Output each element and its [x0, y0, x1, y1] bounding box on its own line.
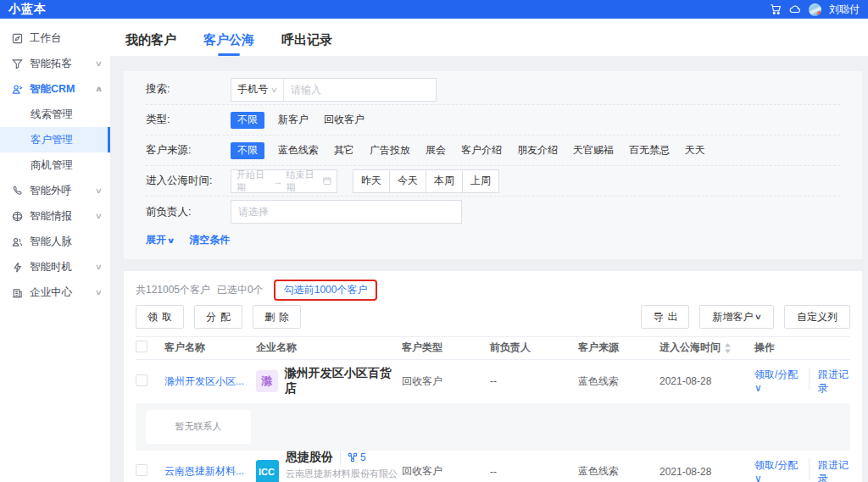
phone-icon	[12, 186, 23, 197]
filter-row-type: 类型: 不限 新客户 回收客户	[146, 105, 840, 136]
chevron-down-icon: ∨	[95, 59, 103, 68]
actions-row: 领取 分配 删除 导出 新增客户∨ 自定义列	[136, 305, 850, 330]
workbench-icon	[12, 33, 23, 44]
col-operations: 操作	[754, 341, 850, 355]
sidebar-item-opportunity-management[interactable]: 商机管理	[0, 152, 110, 178]
search-field-select[interactable]: 手机号 ∨	[231, 79, 284, 101]
source-option[interactable]: 其它	[334, 143, 354, 158]
follow-up-link[interactable]: 跟进记录	[818, 368, 852, 395]
sidebar-item-crm[interactable]: 智能CRM ∧	[0, 76, 110, 102]
quick-date-last-week[interactable]: 上周	[463, 169, 499, 193]
source-option[interactable]: 广告投放	[370, 143, 410, 158]
receive-assign-link[interactable]: 领取/分配 ∨	[754, 458, 807, 482]
type-option-new[interactable]: 新客户	[278, 113, 309, 127]
date-range-picker[interactable]: 开始日期 → 结束日期	[231, 169, 337, 193]
sidebar-item-prospecting[interactable]: 智能拓客 ∨	[0, 51, 110, 76]
type-label: 类型:	[146, 113, 231, 127]
chevron-down-icon: ∨	[95, 263, 103, 271]
source-option[interactable]: 蓝色线索	[278, 143, 319, 158]
chevron-down-icon: ∨	[270, 86, 278, 94]
customer-name-link[interactable]: 滁州开发区小区...	[164, 375, 244, 387]
clear-filters-link[interactable]: 清空条件	[189, 233, 230, 247]
source-option[interactable]: 天官赐福	[573, 143, 614, 158]
avatar-dot	[817, 11, 821, 15]
quick-date-yesterday[interactable]: 昨天	[353, 169, 390, 193]
sidebar-item-connections[interactable]: 智能人脉	[0, 229, 110, 254]
customer-source: 蓝色线索	[578, 464, 659, 479]
source-option[interactable]: 展会	[426, 143, 446, 158]
select-top-1000-link[interactable]: 勾选前1000个客户	[284, 283, 368, 297]
start-date-placeholder: 开始日期	[236, 169, 270, 194]
customer-source: 蓝色线索	[578, 374, 659, 389]
crm-icon	[12, 84, 23, 95]
delete-button[interactable]: 删除	[253, 305, 301, 329]
sidebar-item-workbench[interactable]: 工作台	[0, 25, 110, 51]
ops-divider	[809, 368, 810, 390]
filter-footer-links: 展开∨ 清空条件	[146, 227, 840, 252]
sort-icon[interactable]	[724, 343, 732, 353]
customer-type: 回收客户	[402, 374, 490, 389]
lightning-icon	[12, 262, 23, 273]
type-option-recycled[interactable]: 回收客户	[324, 113, 364, 127]
row-checkbox[interactable]	[136, 464, 147, 476]
username[interactable]: 刘聪付	[829, 3, 860, 17]
receive-assign-link[interactable]: 领取/分配 ∨	[754, 368, 807, 395]
user-avatar[interactable]	[809, 3, 821, 16]
col-previous-owner: 前负责人	[490, 341, 578, 355]
tab-my-customers[interactable]: 我的客户	[125, 32, 176, 48]
previous-owner-select[interactable]	[231, 200, 462, 224]
tab-public-pool[interactable]: 客户公海	[203, 32, 254, 48]
quick-date-this-week[interactable]: 本周	[426, 169, 463, 193]
receive-button[interactable]: 领取	[136, 305, 184, 329]
cart-icon[interactable]	[770, 3, 782, 15]
relation-count[interactable]: 5	[340, 452, 366, 463]
ops-divider	[809, 458, 810, 480]
cloud-icon[interactable]	[789, 3, 801, 15]
tab-call-records[interactable]: 呼出记录	[281, 32, 332, 48]
company-cell: 滁 滁州开发区小区百货店	[256, 366, 402, 396]
source-option[interactable]: 客户介绍	[461, 143, 502, 158]
total-count: 共121005个客户	[136, 283, 210, 297]
end-date-placeholder: 结束日期	[287, 169, 320, 194]
source-option[interactable]: 天天	[685, 143, 705, 158]
chevron-down-icon: ∨	[754, 382, 762, 394]
custom-columns-button[interactable]: 自定义列	[784, 305, 850, 329]
customer-name-link[interactable]: 云南恩捷新材料...	[164, 465, 244, 477]
table-row: 滁州开发区小区... 滁 滁州开发区小区百货店 回收客户 -- 蓝色线索 202…	[136, 360, 850, 403]
col-customer-name: 客户名称	[164, 341, 256, 355]
col-customer-source: 客户来源	[578, 341, 659, 355]
filter-row-search: 搜索: 手机号 ∨	[146, 75, 840, 105]
quick-date-group: 昨天 今天 本周 上周	[353, 169, 499, 193]
previous-owner-label: 前负责人:	[146, 205, 231, 219]
add-customer-button[interactable]: 新增客户∨	[699, 305, 774, 329]
sidebar-item-enterprise-center[interactable]: 企业中心 ∨	[0, 280, 110, 305]
search-box: 手机号 ∨	[231, 78, 437, 102]
source-option[interactable]: 百无禁忌	[629, 143, 670, 158]
source-option-unlimited[interactable]: 不限	[231, 142, 264, 159]
previous-owner: --	[490, 375, 578, 387]
follow-up-link[interactable]: 跟进记录	[818, 458, 852, 482]
search-input[interactable]	[284, 79, 436, 101]
sidebar-item-lead-management[interactable]: 线索管理	[0, 102, 110, 127]
export-button[interactable]: 导出	[641, 305, 689, 329]
app-logo: 小蓝本	[8, 2, 47, 17]
expand-filters-link[interactable]: 展开∨	[146, 233, 174, 247]
tab-bar: 我的客户 客户公海 呼出记录	[110, 19, 868, 56]
annotation-highlight: 勾选前1000个客户	[274, 280, 378, 301]
sidebar-item-outbound-call[interactable]: 智能外呼 ∨	[0, 178, 110, 203]
chevron-down-icon: ∨	[167, 236, 175, 245]
people-icon	[12, 236, 23, 247]
source-option[interactable]: 朋友介绍	[517, 143, 558, 158]
customer-list-panel: 共121005个客户 已选中0个 勾选前1000个客户 领取 分配 删除 导出 …	[124, 271, 862, 482]
row-checkbox[interactable]	[136, 374, 147, 386]
sidebar-item-customer-management[interactable]: 客户管理	[0, 127, 110, 152]
quick-date-today[interactable]: 今天	[390, 169, 426, 193]
select-all-checkbox[interactable]	[136, 341, 147, 352]
type-option-unlimited[interactable]: 不限	[231, 112, 264, 129]
source-label: 客户来源:	[146, 143, 231, 158]
active-tab-underline	[218, 53, 240, 56]
assign-button[interactable]: 分配	[194, 305, 242, 329]
sidebar-item-timing[interactable]: 智能时机 ∨	[0, 254, 110, 280]
sidebar-item-intelligence[interactable]: 智能情报 ∨	[0, 203, 110, 229]
company-avatar: 滁	[256, 370, 278, 392]
